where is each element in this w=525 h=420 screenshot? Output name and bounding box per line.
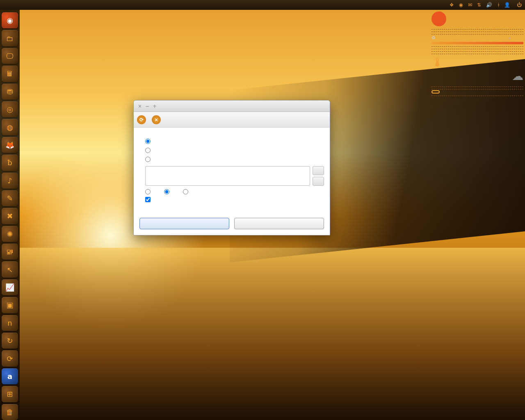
ram-bar [431,42,523,44]
update-database-button[interactable]: ⟳ [137,115,148,124]
weather-heading [431,53,523,54]
scan-target-group [145,137,324,164]
scan-type-group [145,189,324,194]
maximize-button[interactable]: + [152,103,158,109]
radio-quick[interactable] [145,189,154,194]
radio-home[interactable] [145,137,324,146]
toolbar: ⟳ ⨯ [134,112,330,128]
editor-icon[interactable]: ✎ [2,190,18,206]
ubuntu-logo [431,11,523,26]
power-icon[interactable]: ⏻ [517,2,522,8]
time-heading [431,86,523,87]
restart-icon[interactable]: ⟳ [2,350,18,366]
messages-icon[interactable]: ✉ [468,2,472,8]
hdd-heading [431,46,523,47]
titlebar[interactable]: × − + [134,100,330,112]
nvidia-icon[interactable]: n [2,315,18,331]
quit-icon: ⨯ [152,115,161,124]
banshee-heading [431,95,523,96]
close-button[interactable]: × [137,103,143,109]
network-heading [431,51,523,52]
start-scan-button[interactable] [139,218,229,229]
disc-icon[interactable]: ◎ [2,101,18,117]
radio-standard[interactable] [164,189,173,194]
display-icon[interactable]: 🖵 [2,48,18,64]
radio-thorough[interactable] [183,189,192,194]
font-icon[interactable]: ƀ [2,155,18,171]
tools-icon[interactable]: ✖ [2,208,18,224]
chrome-icon[interactable]: ◍ [2,119,18,135]
files-icon[interactable]: 🗀 [2,30,18,46]
top-heading [431,48,523,49]
update-icon: ⟳ [137,115,146,124]
processors-heading [431,31,523,32]
conky-panel: ♻ / 🌡 ☁ [431,11,523,97]
avast-icon[interactable]: a [2,368,18,384]
sound-icon[interactable]: 🔊 [486,2,492,8]
wallpaper-water [20,248,525,420]
stop-scan-button[interactable] [234,218,324,229]
add-path-button[interactable] [313,166,324,175]
settings-icon[interactable]: ✺ [2,226,18,242]
monitor-icon[interactable]: 🖳 [2,244,18,260]
thermometer-icon: 🌡 [431,55,444,69]
minimize-button[interactable]: − [144,103,150,109]
remove-path-button[interactable] [313,177,324,186]
cloud-icon: ☁ [512,69,523,83]
drive-icon[interactable]: ⛃ [2,84,18,100]
network-icon[interactable]: ⇅ [477,2,481,8]
bluetooth-icon[interactable]: ᚼ [497,2,500,8]
terminal-icon[interactable]: ▣ [2,297,18,313]
date-heading [431,89,523,89]
firefox-icon[interactable]: 🦊 [2,137,18,153]
user-menu[interactable]: 👤 [504,2,512,8]
update-icon[interactable]: ↻ [2,333,18,349]
memory-heading [431,34,523,34]
launcher: ◉ 🗀 🖵 🖩 ⛃ ◎ ◍ 🦊 ƀ ♪ ✎ ✖ ✺ 🖳 ↖ 📈 ▣ n ↻ ⟳ … [0,10,20,420]
path-input[interactable] [145,166,310,186]
top-panel: ❖ ◉ ✉ ⇅ 🔊 ᚼ 👤 ⏻ [0,0,525,10]
window-body [134,128,330,235]
quit-button[interactable]: ⨯ [152,115,162,124]
radio-selected[interactable] [145,155,324,164]
trash-icon[interactable]: 🗑 [2,404,18,420]
ubuntu-circle-icon [431,11,446,26]
dash-icon[interactable]: ◉ [2,12,18,28]
ubuntu-one-icon[interactable]: ◉ [459,2,463,8]
test-archives-checkbox[interactable] [145,197,153,203]
pointer-icon[interactable]: ↖ [2,261,18,277]
music-icon[interactable]: ♪ [2,173,18,189]
date-box [431,90,440,94]
calculator-icon[interactable]: 🖩 [2,66,18,82]
workspace-switcher-icon[interactable]: ⊞ [2,386,18,402]
avast-window: × − + ⟳ ⨯ [133,100,330,235]
system-monitor-icon[interactable]: 📈 [2,279,18,295]
indicator-app-icon[interactable]: ❖ [450,2,454,8]
system-heading [431,29,523,30]
radio-entire[interactable] [145,146,324,155]
